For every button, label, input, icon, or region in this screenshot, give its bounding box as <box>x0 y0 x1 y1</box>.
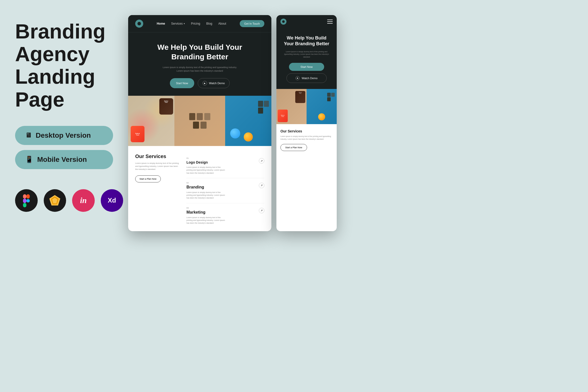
nav-home[interactable]: Home <box>157 22 165 25</box>
mobile-orange <box>318 113 325 120</box>
play-icon: ▶ <box>203 81 207 85</box>
desktop-icon: 🖥 <box>25 131 32 139</box>
mobile-watch-demo-button[interactable]: ▶ Watch Demo <box>286 73 327 83</box>
desktop-hero: We Help You Build Your Branding Better L… <box>128 32 271 96</box>
figma-icon <box>15 189 38 212</box>
hamburger-menu-icon[interactable] <box>327 20 333 24</box>
service-name: Branding <box>186 185 227 189</box>
nav-links: Home Services ▾ Pricing Blog About <box>157 22 226 25</box>
mobile-sticker-2: RadicalToast <box>295 91 305 103</box>
nav-about[interactable]: About <box>218 22 226 25</box>
page-title: Branding Agency Landing Page <box>15 20 123 111</box>
service-number: 02 <box>186 182 227 184</box>
menu-bar-3 <box>327 23 333 24</box>
nav-logo <box>135 20 143 28</box>
service-description: Lorem ipsum is simply dummy text of the … <box>186 166 227 174</box>
nav-pricing[interactable]: Pricing <box>191 22 200 25</box>
desktop-services-section: Our Services Lorem ipsum is simply dummy… <box>128 146 271 231</box>
product-box <box>204 113 210 120</box>
box-row <box>258 108 269 114</box>
tool-icons: in Xd <box>15 189 123 212</box>
adobexd-icon: Xd <box>101 189 123 212</box>
desktop-start-now-button[interactable]: Start Now <box>170 78 194 88</box>
service-arrow-icon[interactable]: ↗ <box>259 183 264 188</box>
mobile-sticker: RadicalToast <box>278 110 288 122</box>
box-row-2 <box>193 122 207 129</box>
start-plan-button[interactable]: Start a Plan Now <box>135 175 161 182</box>
services-left: Our Services Lorem ipsum is simply dummy… <box>135 154 180 228</box>
version-buttons: 🖥 Desktop Version 📱 Mobile Version <box>15 126 123 169</box>
desktop-hero-images: RadicalToast RadicalToast <box>128 96 271 146</box>
menu-bar-1 <box>327 20 333 20</box>
right-boxes <box>258 101 269 114</box>
mobile-nav-logo <box>280 19 286 25</box>
service-description: Lorem ipsum is simply dummy text of the … <box>186 191 227 200</box>
svg-rect-2 <box>23 199 26 203</box>
mobile-start-plan-button[interactable]: Start a Plan Now <box>280 144 307 151</box>
service-item-marketing: 03 Marketing Lorem ipsum is simply dummy… <box>186 203 264 228</box>
nav-services-container: Services ▾ <box>171 22 185 25</box>
right-box <box>258 101 263 107</box>
box <box>327 93 331 97</box>
product-box <box>201 122 207 129</box>
services-section-description: Lorem ipsum is simply dummy text of the … <box>135 162 180 171</box>
mobile-hero-subtitle: Lorem Ipsum is simply dummy text of the … <box>281 51 332 59</box>
box-row-1 <box>189 113 210 120</box>
service-arrow-icon[interactable]: ↗ <box>259 208 264 213</box>
mobile-start-now-button[interactable]: Start Now <box>289 63 324 71</box>
service-arrow-icon[interactable]: ↗ <box>259 158 264 164</box>
svg-rect-0 <box>23 194 26 199</box>
mobile-image-left: RadicalToast RadicalToast <box>276 89 307 124</box>
product-box <box>189 113 195 120</box>
desktop-hero-subtitle: Lorem Ipsum is simply dummy text of the … <box>160 66 240 73</box>
hero-image-center <box>174 96 225 146</box>
desktop-hero-title: We Help You Build Your Branding Better <box>138 42 261 61</box>
service-description: Lorem ipsum is simply dummy text of the … <box>186 216 227 225</box>
right-box <box>258 108 263 114</box>
services-list: 01 Logo Design Lorem ipsum is simply dum… <box>186 154 264 228</box>
mobile-play-icon: ▶ <box>296 76 300 80</box>
service-item-branding: 02 Branding Lorem ipsum is simply dummy … <box>186 178 264 203</box>
right-box <box>264 101 269 107</box>
desktop-mockup: Home Services ▾ Pricing Blog About Get I… <box>128 15 271 231</box>
mobile-hero-title: We Help You Build Your Branding Better <box>281 35 332 47</box>
service-details: 01 Logo Design Lorem ipsum is simply dum… <box>186 157 227 174</box>
mobile-services-section: Our Services Lorem ipsum is simply dummy… <box>276 124 337 156</box>
box-row <box>327 97 335 101</box>
invision-icon: in <box>72 189 95 212</box>
desktop-watch-demo-button[interactable]: ▶ Watch Demo <box>198 78 230 88</box>
mobile-hero-images: RadicalToast RadicalToast <box>276 89 337 124</box>
product-box <box>197 113 203 120</box>
mobile-version-button[interactable]: 📱 Mobile Version <box>15 150 113 169</box>
svg-rect-1 <box>26 194 30 199</box>
service-details: 02 Branding Lorem ipsum is simply dummy … <box>186 182 227 200</box>
left-section: Branding Agency Landing Page 🖥 Desktop V… <box>15 20 123 212</box>
nav-services[interactable]: Services <box>171 22 183 25</box>
mobile-services-description: Lorem ipsum is simply dummy text of the … <box>280 135 333 140</box>
box <box>327 97 331 101</box>
service-item-logo-design: 01 Logo Design Lorem ipsum is simply dum… <box>186 154 264 178</box>
service-name: Logo Design <box>186 160 227 164</box>
menu-bar-2 <box>327 21 333 22</box>
svg-rect-3 <box>23 203 26 207</box>
mobile-services-title: Our Services <box>280 129 333 133</box>
nav-blog[interactable]: Blog <box>206 22 212 25</box>
mobile-icon: 📱 <box>25 156 33 163</box>
mobile-image-right <box>307 89 337 124</box>
mobile-hero: We Help You Build Your Branding Better L… <box>276 28 337 89</box>
get-in-touch-button[interactable]: Get In Touch <box>240 20 264 27</box>
svg-point-4 <box>26 199 30 203</box>
mobile-boxes <box>327 93 335 101</box>
nav-logo-inner <box>137 21 142 26</box>
product-boxes <box>174 96 225 146</box>
services-layout: Our Services Lorem ipsum is simply dummy… <box>135 154 264 228</box>
sketch-icon <box>44 189 66 212</box>
desktop-nav: Home Services ▾ Pricing Blog About Get I… <box>128 15 271 32</box>
hero-image-left: RadicalToast RadicalToast <box>128 96 174 146</box>
service-details: 03 Marketing Lorem ipsum is simply dummy… <box>186 207 227 225</box>
service-number: 03 <box>186 207 227 209</box>
box-row <box>327 93 335 97</box>
chevron-down-icon: ▾ <box>184 22 185 25</box>
desktop-version-button[interactable]: 🖥 Desktop Version <box>15 126 113 145</box>
sticker-badge: RadicalToast <box>131 126 144 142</box>
